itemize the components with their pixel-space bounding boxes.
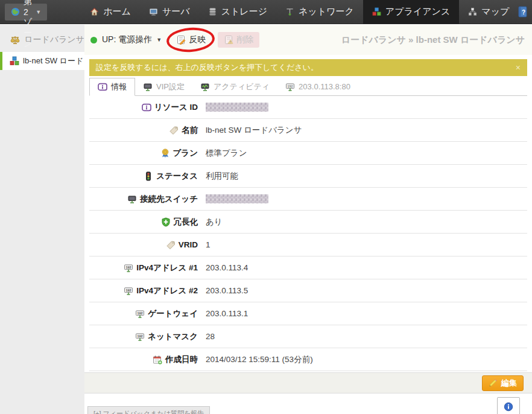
- home-icon: [90, 7, 99, 16]
- delete-button[interactable]: 削除: [218, 32, 259, 48]
- detail-label: 接続先スイッチ: [89, 194, 198, 205]
- nav-item-server[interactable]: サーバ: [140, 0, 199, 24]
- tab-label: 情報: [111, 81, 127, 92]
- detail-value: 1: [206, 240, 211, 249]
- detail-value: あり: [206, 217, 223, 228]
- nav-item-label: ホーム: [103, 6, 131, 18]
- edit-label: 編集: [501, 378, 517, 389]
- ip-icon: 192: [135, 309, 145, 319]
- edit-button[interactable]: 編集: [482, 375, 524, 391]
- svg-text:192: 192: [288, 84, 293, 88]
- detail-table: リソース ID名前lb-net SW ロードバランサプラン標準プランステータス利…: [89, 96, 527, 371]
- tag-icon: [169, 126, 179, 135]
- sidebar-item-loadbalancer[interactable]: lb-net SW ロード: [0, 52, 84, 70]
- chevron-down-icon: ▼: [36, 9, 41, 15]
- ip-icon: 192: [124, 263, 133, 273]
- detail-row: 192IPv4アドレス #1203.0.113.4: [89, 256, 527, 279]
- scales-icon: [10, 35, 20, 45]
- globe-icon: [11, 7, 20, 16]
- apply-button[interactable]: 反映: [176, 34, 206, 45]
- detail-row: ステータス利用可能: [89, 165, 527, 188]
- delete-label: 削除: [236, 34, 253, 45]
- detail-label: リソース ID: [89, 102, 198, 113]
- activity-icon: [200, 82, 210, 92]
- masked-value: [206, 103, 268, 112]
- nav-item-storage[interactable]: ストレージ: [199, 0, 276, 24]
- appliance-cubes-icon: [10, 56, 19, 66]
- ip-icon: 192: [124, 286, 133, 296]
- topbar-right: ?: [518, 4, 532, 21]
- detail-label: 冗長化: [89, 217, 198, 228]
- tab-2[interactable]: アクティビティ: [192, 78, 277, 95]
- tab-0[interactable]: 情報: [89, 78, 135, 96]
- zone-selector[interactable]: 石狩第2ゾーン ▼: [5, 4, 47, 21]
- sidebar-category-loadbalancer[interactable]: ロードバランサ: [0, 25, 84, 52]
- notice-banner: 設定を反映するには、右上の反映ボタンを押下してください。 ×: [89, 59, 527, 76]
- tab-label: 203.0.113.8:80: [299, 82, 350, 91]
- detail-label: 作成日時: [89, 354, 198, 365]
- detail-value: 203.0.113.1: [206, 309, 248, 318]
- detail-row: プラン標準プラン: [89, 142, 527, 165]
- info-icon: [142, 103, 151, 112]
- close-icon[interactable]: ×: [516, 63, 521, 72]
- nav-item-map[interactable]: マップ: [459, 0, 518, 24]
- tab-label: VIP設定: [156, 81, 185, 92]
- detail-value: 203.0.113.4: [206, 263, 248, 272]
- traffic-light-icon: [144, 171, 153, 181]
- appliance-icon: [372, 7, 381, 16]
- nav-item-home[interactable]: ホーム: [81, 0, 140, 24]
- detail-label: 192IPv4アドレス #1: [89, 263, 198, 273]
- action-bar: 編集: [84, 372, 532, 393]
- detail-row: 作成日時2014/03/12 15:59:11 (53分前): [89, 348, 527, 371]
- tab-3[interactable]: 192203.0.113.8:80: [277, 78, 358, 95]
- detail-label: 192IPv4アドレス #2: [89, 285, 198, 296]
- medal-icon: [160, 148, 170, 158]
- nav-item-label: アプライアンス: [385, 6, 450, 18]
- breadcrumb[interactable]: ロードバランサ » lb-net SW ロードバランサ: [341, 34, 525, 46]
- svg-text:192: 192: [126, 288, 131, 292]
- info-circle-icon: [504, 402, 513, 412]
- toolbar: UP: 電源操作 ▼ 反映 削除 ロードバランサ » lb-net SW ロード…: [84, 25, 532, 55]
- power-status-label: UP: 電源操作: [102, 34, 152, 45]
- refresh-button[interactable]: [57, 4, 74, 21]
- nav-item-label: サーバ: [162, 6, 190, 18]
- map-icon: [468, 7, 477, 16]
- server-icon: [149, 7, 158, 16]
- tab-label: アクティビティ: [214, 81, 270, 92]
- detail-row: 名前lb-net SW ロードバランサ: [89, 119, 527, 142]
- sidebar-item-label: lb-net SW ロード: [23, 56, 83, 66]
- svg-text:?: ?: [522, 9, 525, 16]
- help-book-icon[interactable]: ?: [518, 6, 527, 18]
- info-button[interactable]: [497, 397, 520, 414]
- apply-label: 反映: [189, 34, 206, 45]
- nav-item-label: マップ: [481, 6, 509, 18]
- detail-row: 接続先スイッチ: [89, 188, 527, 211]
- storage-icon: [208, 7, 217, 16]
- delete-doc-icon: [224, 35, 233, 45]
- feedback-tab[interactable]: [+] フィードバックまたは質問を報告: [87, 406, 210, 414]
- nav-item-label: ストレージ: [221, 6, 267, 18]
- tab-bar: 情報VIP設定アクティビティ192203.0.113.8:80: [89, 78, 527, 96]
- ip-icon: 192: [285, 82, 295, 92]
- page-footer: [+] フィードバックまたは質問を報告: [84, 393, 532, 414]
- nav-item-network[interactable]: ネットワーク: [276, 0, 363, 24]
- detail-value: 標準プラン: [206, 148, 247, 159]
- tab-1[interactable]: VIP設定: [135, 78, 192, 95]
- detail-label: プラン: [89, 148, 198, 159]
- svg-text:192: 192: [126, 266, 131, 269]
- notice-text: 設定を反映するには、右上の反映ボタンを押下してください。: [96, 62, 318, 73]
- shield-icon: [161, 217, 171, 227]
- power-menu-button[interactable]: UP: 電源操作 ▼: [90, 34, 162, 45]
- detail-row: VRID1: [89, 234, 527, 256]
- detail-label: 192ゲートウェイ: [89, 308, 198, 319]
- info-icon: [98, 82, 107, 92]
- network-icon: [285, 7, 294, 16]
- chevron-down-icon: ▼: [156, 37, 162, 43]
- nav-item-appliance[interactable]: アプライアンス: [363, 0, 459, 24]
- detail-row: 192ゲートウェイ203.0.113.1: [89, 302, 527, 325]
- nav-item-label: ネットワーク: [299, 6, 354, 18]
- detail-value: 203.0.113.5: [206, 286, 248, 295]
- detail-row: リソース ID: [89, 96, 527, 119]
- status-up-dot: [90, 37, 97, 43]
- zone-label: 石狩第2ゾーン: [24, 0, 32, 49]
